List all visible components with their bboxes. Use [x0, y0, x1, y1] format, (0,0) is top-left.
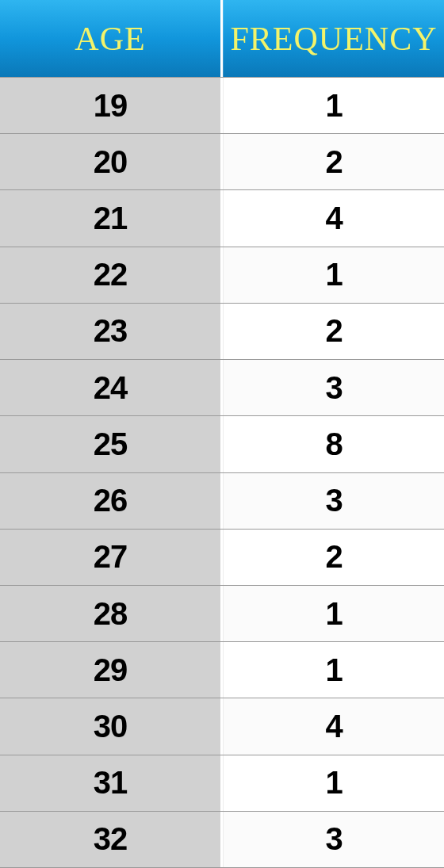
age-cell: 21: [0, 190, 223, 246]
age-cell: 19: [0, 78, 223, 133]
age-cell: 27: [0, 530, 223, 585]
frequency-cell: 2: [223, 304, 444, 359]
table-row: 281: [0, 585, 444, 641]
table-row: 263: [0, 472, 444, 529]
frequency-cell: 3: [223, 360, 444, 415]
table-row: 272: [0, 529, 444, 585]
frequency-cell: 4: [223, 190, 444, 246]
header-age: AGE: [0, 0, 223, 77]
frequency-cell: 1: [223, 78, 444, 133]
table-row: 243: [0, 359, 444, 415]
frequency-cell: 1: [223, 755, 444, 811]
header-row: AGE FREQUENCY: [0, 0, 444, 77]
frequency-cell: 1: [223, 586, 444, 641]
age-cell: 22: [0, 247, 223, 303]
frequency-cell: 2: [223, 530, 444, 585]
frequency-cell: 1: [223, 642, 444, 698]
table-row: 191: [0, 77, 444, 133]
age-cell: 20: [0, 134, 223, 189]
frequency-cell: 3: [223, 812, 444, 867]
age-cell: 24: [0, 360, 223, 415]
header-frequency: FREQUENCY: [223, 0, 444, 77]
table-row: 304: [0, 698, 444, 754]
age-cell: 30: [0, 698, 223, 754]
frequency-cell: 1: [223, 247, 444, 303]
table-row: 291: [0, 641, 444, 698]
table-row: 214: [0, 189, 444, 246]
age-cell: 31: [0, 755, 223, 811]
age-cell: 25: [0, 416, 223, 472]
table-row: 323: [0, 811, 444, 868]
frequency-cell: 4: [223, 698, 444, 754]
table-row: 232: [0, 303, 444, 359]
age-cell: 32: [0, 812, 223, 867]
frequency-cell: 2: [223, 134, 444, 189]
frequency-cell: 3: [223, 473, 444, 529]
table-row: 311: [0, 755, 444, 811]
age-cell: 29: [0, 642, 223, 698]
table-row: 221: [0, 247, 444, 303]
age-cell: 26: [0, 473, 223, 529]
frequency-table: AGE FREQUENCY 19120221422123224325826327…: [0, 0, 444, 868]
frequency-cell: 8: [223, 416, 444, 472]
age-cell: 28: [0, 586, 223, 641]
table-row: 258: [0, 415, 444, 472]
table-row: 202: [0, 133, 444, 189]
age-cell: 23: [0, 304, 223, 359]
